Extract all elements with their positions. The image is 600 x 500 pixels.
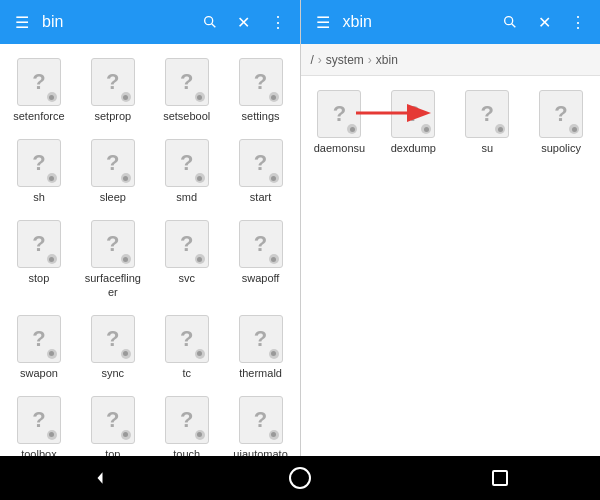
- file-icon-corner: [195, 349, 205, 359]
- file-name: stop: [29, 272, 50, 285]
- file-icon-corner: [269, 173, 279, 183]
- file-name: svc: [178, 272, 195, 285]
- list-item[interactable]: sh: [4, 133, 74, 210]
- file-icon: [239, 396, 283, 444]
- file-icon-corner: [47, 173, 57, 183]
- left-panel: ☰ bin ✕ ⋮ setenforce setprop setsebool s…: [0, 0, 301, 456]
- file-icon-corner: [121, 254, 131, 264]
- file-icon: [17, 58, 61, 106]
- file-name: settings: [242, 110, 280, 123]
- list-item[interactable]: smd: [152, 133, 222, 210]
- left-close-icon[interactable]: ✕: [230, 8, 258, 36]
- file-icon: [17, 139, 61, 187]
- file-name: setenforce: [13, 110, 64, 123]
- list-item[interactable]: surfaceflinger: [78, 214, 148, 304]
- list-item[interactable]: supolicy: [526, 84, 596, 161]
- file-name: supolicy: [541, 142, 581, 155]
- file-name: sync: [102, 367, 125, 380]
- file-name: sleep: [100, 191, 126, 204]
- breadcrumb-system[interactable]: system: [326, 53, 364, 67]
- list-item[interactable]: swapon: [4, 309, 74, 386]
- recent-button[interactable]: [482, 460, 518, 496]
- svg-point-2: [505, 17, 513, 25]
- breadcrumb-xbin[interactable]: xbin: [376, 53, 398, 67]
- file-icon-corner: [121, 430, 131, 440]
- list-item[interactable]: setprop: [78, 52, 148, 129]
- right-panel-title: xbin: [343, 13, 491, 31]
- breadcrumb-root[interactable]: /: [311, 53, 314, 67]
- file-name: dexdump: [391, 142, 436, 155]
- left-panel-title: bin: [42, 13, 190, 31]
- file-icon: [91, 396, 135, 444]
- file-icon-corner: [47, 254, 57, 264]
- file-name: setsebool: [163, 110, 210, 123]
- list-item[interactable]: setsebool: [152, 52, 222, 129]
- left-file-grid: setenforce setprop setsebool settings sh…: [0, 44, 300, 456]
- file-icon-corner: [47, 430, 57, 440]
- main-panels: ☰ bin ✕ ⋮ setenforce setprop setsebool s…: [0, 0, 600, 456]
- file-icon-corner: [421, 124, 431, 134]
- list-item[interactable]: tc: [152, 309, 222, 386]
- file-icon-corner: [195, 173, 205, 183]
- file-name: surfaceflinger: [83, 272, 143, 298]
- right-grid-wrapper: daemonsu dexdump su supolicy: [301, 76, 601, 456]
- left-menu-icon[interactable]: ☰: [8, 8, 36, 36]
- file-icon-corner: [347, 124, 357, 134]
- right-search-icon[interactable]: [496, 8, 524, 36]
- file-icon: [239, 58, 283, 106]
- file-icon: [165, 315, 209, 363]
- list-item[interactable]: settings: [226, 52, 296, 129]
- file-icon: [239, 315, 283, 363]
- list-item[interactable]: uiautomato: [226, 390, 296, 456]
- file-icon-corner: [195, 254, 205, 264]
- left-search-icon[interactable]: [196, 8, 224, 36]
- file-name: smd: [176, 191, 197, 204]
- file-icon: [17, 315, 61, 363]
- list-item[interactable]: sleep: [78, 133, 148, 210]
- file-icon-corner: [195, 92, 205, 102]
- list-item[interactable]: setenforce: [4, 52, 74, 129]
- list-item[interactable]: svc: [152, 214, 222, 304]
- file-icon: [539, 90, 583, 138]
- breadcrumb: / › system › xbin: [301, 44, 601, 76]
- home-button[interactable]: [282, 460, 318, 496]
- right-more-icon[interactable]: ⋮: [564, 8, 592, 36]
- file-name: toolbox: [21, 448, 56, 456]
- list-item[interactable]: start: [226, 133, 296, 210]
- list-item[interactable]: su: [452, 84, 522, 161]
- file-name: setprop: [94, 110, 131, 123]
- list-item[interactable]: top: [78, 390, 148, 456]
- file-icon-corner: [121, 92, 131, 102]
- file-icon: [239, 220, 283, 268]
- right-close-icon[interactable]: ✕: [530, 8, 558, 36]
- navigation-bar: [0, 456, 600, 500]
- file-icon-corner: [269, 92, 279, 102]
- list-item[interactable]: stop: [4, 214, 74, 304]
- list-item[interactable]: daemonsu: [305, 84, 375, 161]
- file-name: su: [481, 142, 493, 155]
- file-icon-corner: [47, 92, 57, 102]
- file-icon: [465, 90, 509, 138]
- list-item[interactable]: dexdump: [378, 84, 448, 161]
- list-item[interactable]: swapoff: [226, 214, 296, 304]
- file-icon: [165, 220, 209, 268]
- list-item[interactable]: sync: [78, 309, 148, 386]
- file-icon: [91, 139, 135, 187]
- file-icon-corner: [269, 430, 279, 440]
- file-icon-corner: [495, 124, 505, 134]
- list-item[interactable]: thermald: [226, 309, 296, 386]
- svg-line-1: [211, 24, 215, 28]
- list-item[interactable]: touch: [152, 390, 222, 456]
- svg-point-0: [204, 17, 212, 25]
- left-more-icon[interactable]: ⋮: [264, 8, 292, 36]
- file-icon: [239, 139, 283, 187]
- file-name: start: [250, 191, 271, 204]
- file-name: top: [105, 448, 120, 456]
- right-panel: ☰ xbin ✕ ⋮ / › system › xbin: [301, 0, 601, 456]
- file-icon: [91, 220, 135, 268]
- file-name: tc: [182, 367, 191, 380]
- list-item[interactable]: toolbox: [4, 390, 74, 456]
- back-button[interactable]: [82, 460, 118, 496]
- right-menu-icon[interactable]: ☰: [309, 8, 337, 36]
- file-name: sh: [33, 191, 45, 204]
